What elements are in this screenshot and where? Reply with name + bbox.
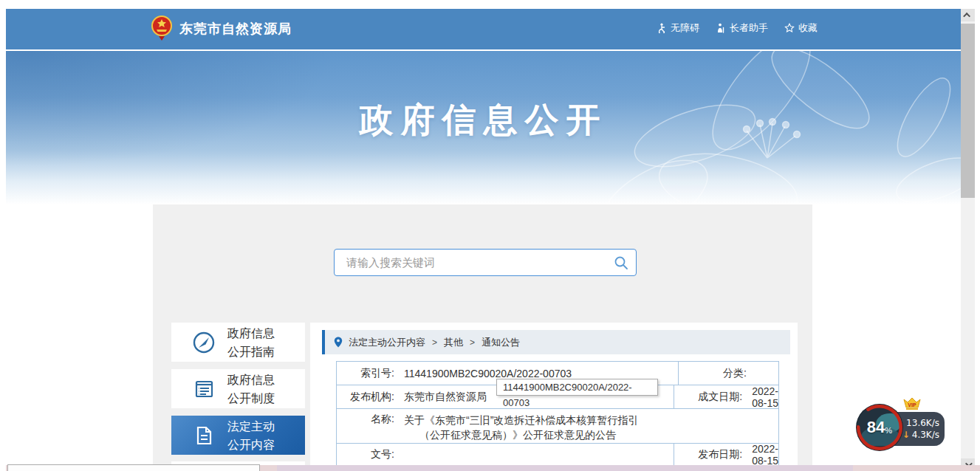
index-number-label: 索引号: bbox=[337, 367, 394, 380]
star-icon bbox=[784, 23, 795, 33]
scroll-up-button[interactable] bbox=[961, 9, 975, 21]
site-logo[interactable]: 东莞市自然资源局 bbox=[151, 13, 292, 44]
vip-crown-icon: VIP bbox=[901, 397, 923, 412]
status-popup-edge bbox=[7, 464, 260, 471]
national-emblem-icon bbox=[151, 13, 172, 44]
accessibility-label: 无障碍 bbox=[671, 21, 699, 35]
page-banner: 政府信息公开 bbox=[6, 51, 961, 204]
agency-label: 发布机构: bbox=[337, 391, 394, 404]
elder-assistant-icon bbox=[716, 23, 726, 33]
site-header: 东莞市自然资源局 无障碍 长者助手 bbox=[6, 9, 961, 50]
sidebar-item-rules[interactable]: 政府信息 公开制度 bbox=[171, 369, 305, 408]
sidebar-item-statutory-disclosure[interactable]: 法定主动 公开内容 bbox=[171, 416, 305, 455]
sidebar-item-guide[interactable]: 政府信息 公开指南 bbox=[171, 323, 305, 362]
rulebook-icon bbox=[192, 377, 216, 401]
search-box bbox=[334, 249, 637, 276]
publish-date-label: 发布日期: bbox=[674, 448, 742, 461]
page-title: 政府信息公开 bbox=[6, 97, 961, 143]
written-date-value: 2022-08-15 bbox=[752, 385, 778, 409]
progress-circle[interactable]: 84 % bbox=[857, 405, 902, 450]
compass-icon bbox=[192, 331, 216, 354]
doc-name-line2: （公开征求意见稿）》公开征求意见的公告 bbox=[404, 427, 638, 442]
upload-speed: 13.6K/s bbox=[906, 418, 939, 428]
breadcrumb: 法定主动公开内容 > 其他 > 通知公告 bbox=[322, 330, 790, 354]
elder-assistant-link[interactable]: 长者助手 bbox=[716, 21, 768, 35]
header-utility-links: 无障碍 长者助手 收藏 bbox=[657, 21, 818, 35]
accessibility-icon bbox=[657, 23, 667, 33]
page: 东莞市自然资源局 无障碍 长者助手 bbox=[0, 0, 980, 471]
sidebar-rules-line1: 政府信息 bbox=[227, 371, 275, 389]
chevron-up-icon bbox=[963, 13, 970, 20]
doc-name-value: 关于《东莞市“三旧”改造拆迁补偿成本核算暂行指引 （公开征求意见稿）》公开征求意… bbox=[404, 413, 638, 442]
info-table: 索引号: 11441900MB2C90020A/2022-00703 分类: 发… bbox=[336, 361, 779, 467]
elder-assistant-label: 长者助手 bbox=[730, 21, 768, 35]
search-icon bbox=[614, 255, 628, 270]
accessibility-link[interactable]: 无障碍 bbox=[657, 21, 699, 35]
sidebar-statutory-line1: 法定主动 bbox=[227, 417, 275, 436]
table-row-title: 名称: 关于《东莞市“三旧”改造拆迁补偿成本核算暂行指引 （公开征求意见稿）》公… bbox=[337, 408, 778, 443]
breadcrumb-separator: > bbox=[432, 337, 437, 348]
index-number-value[interactable]: 11441900MB2C90020A/2022-00703 bbox=[404, 368, 572, 379]
search-input[interactable] bbox=[335, 256, 606, 269]
download-arrow-icon: ↓ bbox=[902, 430, 910, 440]
bottom-window-edge-segment bbox=[277, 465, 853, 471]
breadcrumb-separator: > bbox=[470, 337, 475, 348]
written-date-label: 成文日期: bbox=[674, 391, 742, 404]
search-button[interactable] bbox=[606, 250, 636, 275]
site-title: 东莞市自然资源局 bbox=[179, 20, 292, 38]
favorite-link[interactable]: 收藏 bbox=[784, 21, 818, 35]
download-manager-widget[interactable]: ↑ 13.6K/s ↓ 4.3K/s 84 % VIP bbox=[855, 397, 948, 456]
progress-percent: 84 bbox=[867, 418, 885, 437]
location-pin-icon bbox=[334, 337, 343, 348]
category-label: 分类: bbox=[679, 367, 747, 380]
download-speed: 4.3K/s bbox=[912, 430, 939, 440]
vertical-scrollbar[interactable] bbox=[961, 9, 975, 471]
document-icon bbox=[192, 424, 216, 447]
sidebar-rules-line2: 公开制度 bbox=[227, 389, 275, 408]
progress-percent-symbol: % bbox=[885, 426, 892, 435]
doc-name-label: 名称: bbox=[337, 413, 394, 426]
detail-panel: 法定主动公开内容 > 其他 > 通知公告 索引号: 11441900MB2C90… bbox=[310, 323, 798, 471]
sidebar-guide-line1: 政府信息 bbox=[227, 324, 275, 343]
publish-date-value: 2022-08-15 bbox=[752, 443, 778, 467]
favorite-label: 收藏 bbox=[798, 21, 818, 35]
vip-text: VIP bbox=[908, 402, 916, 408]
breadcrumb-item-other[interactable]: 其他 bbox=[444, 336, 463, 349]
index-number-tooltip: 11441900MB2C90020A/2022-00703 bbox=[496, 379, 658, 396]
table-row-docnumber: 文号: 发布日期: 2022-08-15 bbox=[337, 443, 778, 466]
breadcrumb-item-statutory[interactable]: 法定主动公开内容 bbox=[349, 336, 425, 349]
agency-value: 东莞市自然资源局 bbox=[404, 391, 487, 404]
breadcrumb-item-notices[interactable]: 通知公告 bbox=[482, 336, 520, 349]
sidebar-statutory-line2: 公开内容 bbox=[227, 436, 275, 454]
doc-name-line1: 关于《东莞市“三旧”改造拆迁补偿成本核算暂行指引 bbox=[404, 413, 638, 427]
sidebar-guide-line2: 公开指南 bbox=[227, 343, 275, 361]
scrollbar-thumb[interactable] bbox=[961, 24, 975, 198]
doc-number-label: 文号: bbox=[337, 448, 394, 461]
